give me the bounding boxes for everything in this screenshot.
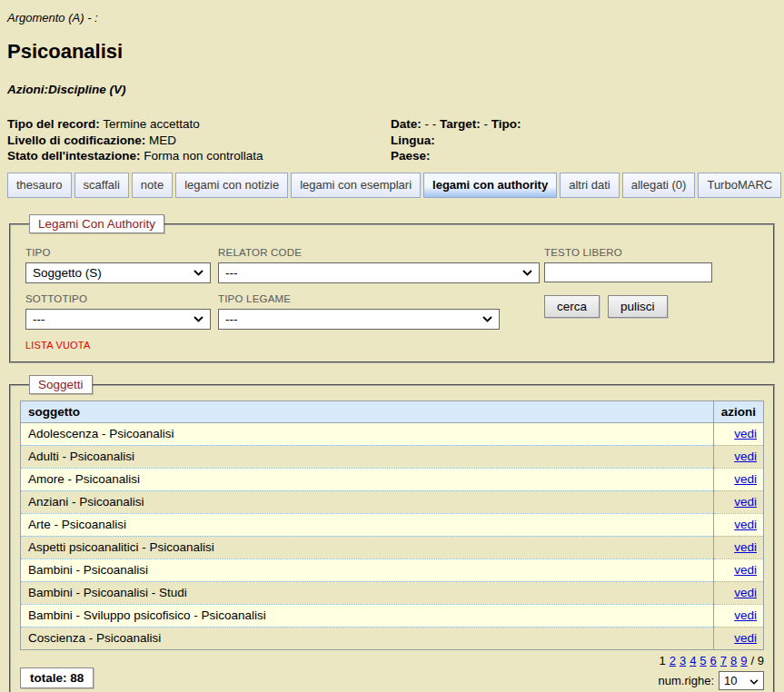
tipo-select[interactable]: Soggetto (S): [25, 262, 211, 283]
authority-record-page: { "header": { "breadcrumb": "Argomento (…: [0, 0, 784, 692]
form-col-1: TIPO Soggetto (S) SOTTOTIPO ---: [25, 247, 211, 351]
vedi-link[interactable]: vedi: [734, 608, 757, 622]
record-info-left: Tipo del record: Termine accettato Livel…: [7, 116, 391, 164]
livello-value: MED: [149, 133, 176, 147]
tipo-select-value: Soggetto (S): [33, 266, 102, 280]
subject-cell: Bambini - Psicoanalisi: [21, 559, 714, 581]
chevron-down-icon: [522, 270, 532, 276]
pagination-page-link[interactable]: 3: [680, 654, 686, 667]
relator-code-select-value: ---: [225, 266, 238, 280]
subject-cell: Adolescenza - Psicoanalisi: [21, 422, 714, 445]
table-row: Bambini - Sviluppo psicofisico - Psicoan…: [21, 604, 764, 627]
form-col-3: TESTO LIBERO cerca pulisci: [544, 247, 726, 318]
sottotipo-select[interactable]: ---: [25, 309, 211, 330]
vedi-link[interactable]: vedi: [734, 586, 757, 599]
pagination: 123456789/ 9: [655, 654, 764, 667]
vedi-link[interactable]: vedi: [734, 563, 757, 577]
pulisci-button[interactable]: pulisci: [608, 295, 668, 318]
table-row: Bambini - Psicoanalisi vedi: [21, 559, 764, 581]
soggetti-panel: Soggetti soggetto azioni Adolescenza - P…: [9, 384, 775, 692]
paese-label: Paese:: [391, 148, 777, 164]
cerca-button[interactable]: cerca: [544, 295, 600, 318]
tab-legami-con-notizie[interactable]: legami con notizie: [175, 173, 288, 198]
actions-cell: vedi: [713, 536, 763, 559]
vedi-link[interactable]: vedi: [734, 540, 757, 554]
relator-code-select[interactable]: ---: [218, 262, 540, 283]
num-righe-select[interactable]: 10: [719, 671, 764, 690]
pagination-page-link[interactable]: 4: [690, 654, 696, 667]
testo-libero-input[interactable]: [544, 262, 712, 282]
tab-legami-con-esemplari[interactable]: legami con esemplari: [291, 173, 421, 198]
livello-label: Livello di codificazione:: [7, 133, 145, 147]
tab-turbomarc[interactable]: TurboMARC: [698, 173, 781, 198]
tipo-record-value: Termine accettato: [103, 117, 200, 131]
date-label: Date:: [391, 117, 422, 131]
record-info-tipo-record: Tipo del record: Termine accettato: [7, 116, 391, 133]
tab-allegati[interactable]: allegati (0): [622, 173, 696, 198]
table-row: Bambini - Psicoanalisi - Studi vedi: [21, 581, 764, 604]
tab-thesauro[interactable]: thesauro: [7, 173, 72, 198]
actions-cell: vedi: [713, 468, 763, 490]
tipo-record-label: Tipo del record:: [7, 117, 100, 131]
sottotipo-field-label: SOTTOTIPO: [25, 293, 211, 304]
search-form: TIPO Soggetto (S) SOTTOTIPO ---: [25, 247, 759, 351]
pagination-page-link[interactable]: 2: [670, 654, 676, 667]
chevron-down-icon: [482, 316, 492, 322]
num-righe-value: 10: [724, 674, 737, 687]
vedi-link[interactable]: vedi: [734, 472, 757, 486]
tab-bar: thesauro scaffali note legami con notizi…: [7, 173, 777, 198]
tab-legami-con-authority[interactable]: legami con authority: [423, 173, 557, 198]
actions-cell: vedi: [713, 422, 763, 445]
vedi-link[interactable]: vedi: [734, 450, 757, 463]
breadcrumb: Argomento (A) - :: [7, 11, 777, 25]
table-row: Aspetti psicoanalitici - Psicoanalisi ve…: [21, 536, 764, 559]
form-col-2: RELATOR CODE --- TIPO LEGAME ---: [218, 247, 540, 340]
table-row: Adulti - Psicoanalisi vedi: [21, 445, 764, 468]
record-info-date-line: Date: - - Target: - Tipo:: [391, 116, 777, 133]
tipo-legame-select-value: ---: [225, 312, 238, 326]
column-header-soggetto: soggetto: [21, 400, 714, 422]
stato-label: Stato dell'intestazione:: [7, 149, 140, 163]
sottotipo-select-value: ---: [33, 312, 45, 326]
totale-badge: totale: 88: [20, 667, 94, 688]
table-row: Adolescenza - Psicoanalisi vedi: [21, 422, 764, 445]
tab-scaffali[interactable]: scaffali: [74, 173, 129, 198]
vedi-link[interactable]: vedi: [734, 427, 757, 440]
subject-cell: Amore - Psicoanalisi: [21, 468, 714, 490]
tab-note[interactable]: note: [132, 173, 173, 198]
vedi-link[interactable]: vedi: [734, 631, 757, 645]
subject-cell: Bambini - Sviluppo psicofisico - Psicoan…: [21, 604, 714, 627]
subject-cell: Anziani - Psicoanalisi: [21, 490, 714, 513]
table-footer: totale: 88 123456789/ 9 num.righe: 10: [20, 654, 764, 690]
actions-cell: vedi: [713, 490, 763, 513]
record-info-right: Date: - - Target: - Tipo: Lingua: Paese:: [391, 116, 777, 164]
page-container: Argomento (A) - : Psicoanalisi Azioni:Di…: [0, 0, 784, 692]
pagination-page-link[interactable]: 6: [710, 654, 717, 667]
chevron-down-icon: [194, 316, 203, 322]
pagination-page-link[interactable]: 5: [700, 654, 706, 667]
soggetti-table: soggetto azioni Adolescenza - Psicoanali…: [20, 400, 764, 650]
testo-libero-field-label: TESTO LIBERO: [544, 247, 726, 258]
num-righe-control: num.righe: 10: [655, 671, 764, 690]
vedi-link[interactable]: vedi: [734, 518, 757, 531]
panel-legend: Soggetti: [29, 375, 93, 394]
pagination-page-link[interactable]: 8: [730, 654, 737, 667]
subject-cell: Bambini - Psicoanalisi - Studi: [21, 581, 714, 604]
tipo-legame-select[interactable]: ---: [218, 309, 500, 330]
table-header-row: soggetto azioni: [21, 400, 764, 422]
record-info-stato: Stato dell'intestazione: Forma non contr…: [7, 148, 391, 164]
date-value: - -: [425, 117, 437, 131]
actions-line: Azioni:Discipline (V): [7, 83, 777, 96]
relator-code-field-label: RELATOR CODE: [218, 247, 540, 258]
tab-altri-dati[interactable]: altri dati: [560, 173, 620, 198]
actions-cell: vedi: [713, 559, 763, 581]
pagination-page-link[interactable]: 7: [720, 654, 727, 667]
pagination-page-link[interactable]: 9: [740, 654, 747, 667]
pagination-current-page: 1: [659, 654, 665, 667]
vedi-link[interactable]: vedi: [734, 495, 757, 509]
subject-cell: Arte - Psicoanalisi: [21, 513, 714, 536]
actions-cell: vedi: [713, 513, 763, 536]
lingua-label: Lingua:: [391, 133, 777, 149]
tipo-label: Tipo:: [491, 117, 521, 131]
column-header-azioni: azioni: [713, 400, 763, 422]
